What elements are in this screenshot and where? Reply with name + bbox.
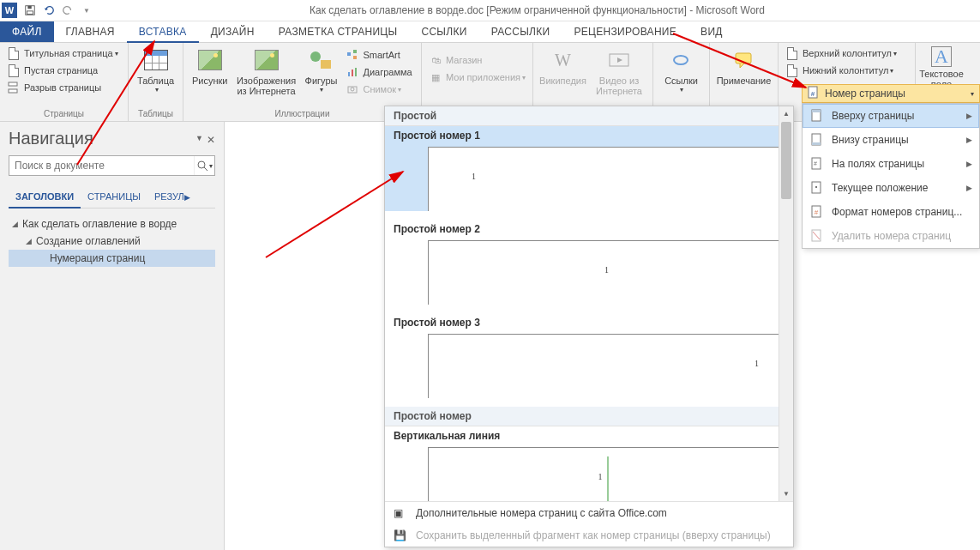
- menu-top-of-page[interactable]: Вверху страницы▶: [803, 104, 979, 128]
- tab-review[interactable]: РЕЦЕНЗИРОВАНИЕ: [562, 21, 688, 42]
- gallery-save-selection: 💾Сохранить выделенный фрагмент как номер…: [385, 524, 793, 547]
- svg-rect-25: [815, 186, 817, 188]
- gallery-more-office[interactable]: ▣Дополнительные номера страниц с сайта O…: [385, 502, 793, 524]
- menu-bottom-of-page[interactable]: Внизу страницы▶: [803, 128, 979, 152]
- page-number-button[interactable]: # Номер страницы ▾: [802, 84, 980, 103]
- redo-button[interactable]: [58, 1, 77, 20]
- svg-rect-8: [348, 72, 350, 76]
- links-button[interactable]: Ссылки▾: [659, 45, 703, 95]
- chart-button[interactable]: Диаграмма: [342, 63, 415, 81]
- tab-page-layout[interactable]: РАЗМЕТКА СТРАНИЦЫ: [267, 21, 410, 42]
- screenshot-button[interactable]: Снимок▾: [342, 81, 415, 98]
- svg-rect-3: [9, 82, 17, 86]
- svg-line-31: [204, 167, 207, 171]
- nav-search: ▾: [9, 155, 215, 176]
- gallery-item-2[interactable]: Простой номер 2 1: [385, 220, 793, 305]
- svg-rect-19: [812, 110, 821, 112]
- svg-text:#: #: [815, 209, 819, 216]
- gallery-item-1[interactable]: Простой номер 1 1: [385, 126, 793, 211]
- page-number-menu: Вверху страницы▶ Внизу страницы▶ #На пол…: [802, 103, 980, 249]
- chart-icon: [346, 65, 359, 79]
- wikipedia-icon: W: [550, 46, 577, 74]
- format-icon: #: [809, 204, 825, 220]
- smartart-icon: [346, 48, 359, 62]
- navigation-title: Навигация: [9, 129, 215, 148]
- nav-tabs: ЗАГОЛОВКИ СТРАНИЦЫ РЕЗУЛ▶: [9, 186, 215, 209]
- textbox-icon: A: [931, 46, 952, 67]
- gallery-item-3[interactable]: Простой номер 3 1: [385, 313, 793, 398]
- gallery-item-4[interactable]: Вертикальная линия 1: [385, 426, 793, 501]
- page-break-button[interactable]: Разрыв страницы: [3, 79, 124, 96]
- video-icon: [605, 46, 633, 74]
- pane-close-button[interactable]: ✕: [207, 134, 215, 146]
- save-button[interactable]: [21, 1, 39, 20]
- caret-icon: ◢: [12, 220, 22, 228]
- tree-item-root[interactable]: ◢Как сделать оглавление в ворде: [9, 215, 215, 233]
- qat-customize-button[interactable]: ▼: [77, 1, 96, 20]
- svg-rect-21: [812, 142, 821, 145]
- nav-search-input[interactable]: [9, 156, 194, 175]
- wikipedia-button[interactable]: WВикипедия: [537, 45, 589, 88]
- apps-icon: ▦: [429, 70, 442, 84]
- window-title: Как сделать оглавление в ворде.doc [Режи…: [96, 4, 978, 16]
- svg-point-12: [351, 88, 354, 91]
- header-button[interactable]: Верхний колонтитул▾: [782, 45, 911, 62]
- nav-tab-headings[interactable]: ЗАГОЛОВКИ: [9, 186, 81, 209]
- group-label-illustrations: Иллюстрации: [187, 108, 418, 119]
- online-pictures-button[interactable]: Изображения из Интернета: [233, 45, 300, 98]
- comment-button[interactable]: Примечание: [713, 45, 774, 88]
- page-number-icon: #: [808, 86, 820, 102]
- menu-current-position[interactable]: Текущее положение▶: [803, 176, 979, 200]
- tab-insert[interactable]: ВСТАВКА: [127, 21, 199, 43]
- gallery-preview-1: 1: [428, 147, 785, 211]
- undo-button[interactable]: [39, 1, 58, 20]
- table-icon: [142, 46, 170, 74]
- pane-options-button[interactable]: ▼: [195, 134, 203, 146]
- save-selection-icon: 💾: [394, 529, 409, 541]
- scrollbar-thumb[interactable]: [781, 122, 791, 199]
- svg-rect-5: [347, 52, 351, 56]
- titlebar: W ▼ Как сделать оглавление в ворде.doc […: [0, 0, 980, 21]
- nav-tab-results[interactable]: РЕЗУЛ▶: [147, 186, 197, 208]
- shapes-button[interactable]: Фигуры▾: [300, 45, 343, 95]
- search-icon: [196, 160, 208, 172]
- ribbon-tabs: ФАЙЛ ГЛАВНАЯ ВСТАВКА ДИЗАЙН РАЗМЕТКА СТР…: [0, 21, 980, 43]
- blank-page-button[interactable]: Пустая страница: [3, 62, 124, 79]
- footer-icon: [785, 63, 799, 77]
- pictures-icon: [196, 46, 224, 74]
- group-label-pages: Страницы: [3, 108, 124, 119]
- menu-page-margins[interactable]: #На полях страницы▶: [803, 152, 979, 176]
- footer-button[interactable]: Нижний колонтитул▾: [782, 62, 911, 79]
- gallery-preview-3: 1: [428, 334, 785, 398]
- link-icon: [667, 46, 694, 74]
- tab-design[interactable]: ДИЗАЙН: [199, 21, 267, 42]
- nav-tab-pages[interactable]: СТРАНИЦЫ: [81, 186, 147, 208]
- gallery-scrollbar[interactable]: ▲ ▼: [779, 106, 793, 501]
- svg-text:#: #: [811, 90, 815, 98]
- nav-search-button[interactable]: ▾: [194, 156, 214, 175]
- gallery-section-simple: Простой: [385, 106, 793, 126]
- tab-home[interactable]: ГЛАВНАЯ: [54, 21, 127, 42]
- nav-tree: ◢Как сделать оглавление в ворде ◢Создани…: [9, 215, 215, 267]
- smartart-button[interactable]: SmartArt: [342, 46, 415, 63]
- tree-item-child[interactable]: ◢Создание оглавлений: [9, 233, 215, 250]
- tab-references[interactable]: ССЫЛКИ: [409, 21, 478, 42]
- screenshot-icon: [346, 82, 359, 96]
- tab-view[interactable]: ВИД: [688, 21, 735, 42]
- header-icon: [785, 46, 799, 60]
- tree-item-leaf[interactable]: Нумерация страниц: [9, 250, 215, 267]
- menu-format-page-numbers[interactable]: #Формат номеров страниц...: [803, 200, 979, 224]
- store-button[interactable]: 🛍Магазин: [425, 51, 529, 69]
- tab-file[interactable]: ФАЙЛ: [0, 21, 54, 42]
- svg-rect-2: [27, 11, 33, 15]
- pictures-button[interactable]: Рисунки: [187, 45, 233, 88]
- my-apps-button[interactable]: ▦Мои приложения▾: [425, 69, 529, 86]
- cover-page-button[interactable]: Титульная страница▾: [3, 45, 124, 62]
- tab-mailings[interactable]: РАССЫЛКИ: [479, 21, 562, 42]
- online-pictures-icon: [253, 46, 280, 74]
- comment-icon: [730, 46, 758, 74]
- table-button[interactable]: Таблица▾: [132, 45, 179, 95]
- page-number-gallery: Простой Простой номер 1 1 Простой номер …: [384, 106, 794, 547]
- online-video-button[interactable]: Видео из Интернета: [589, 45, 649, 98]
- svg-rect-1: [27, 6, 31, 9]
